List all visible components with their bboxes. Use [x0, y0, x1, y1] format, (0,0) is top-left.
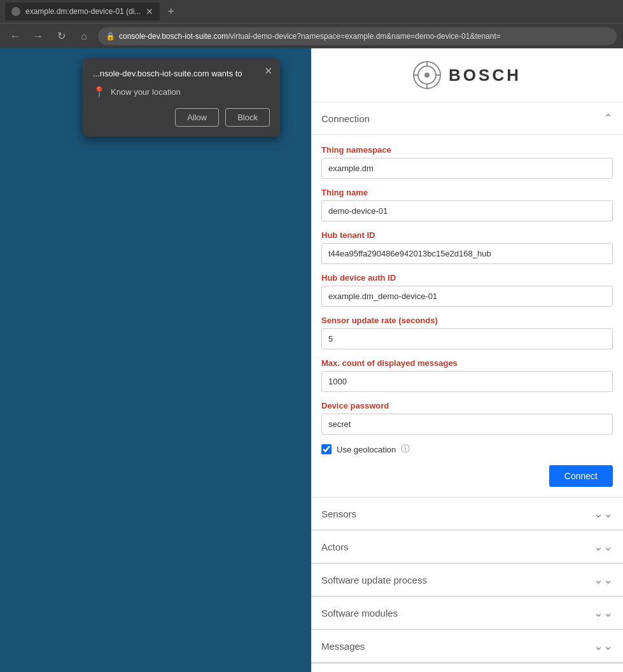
connection-body: Thing namespace Thing name Hub tenant ID…	[311, 135, 623, 497]
sensors-header[interactable]: Sensors ⌄⌄	[311, 498, 623, 530]
popup-permission-label: Know your location	[111, 87, 181, 97]
bosch-logo-text: BOSCH	[449, 66, 521, 85]
geolocation-row: Use geolocation ⓘ	[321, 444, 613, 455]
page-content: ✕ ...nsole-dev.bosch-iot-suite.com wants…	[0, 48, 623, 672]
address-path: /virtual-demo-device?namespace=example.d…	[228, 32, 501, 41]
hub-device-auth-label: Hub device auth ID	[321, 273, 613, 283]
device-password-label: Device password	[321, 401, 613, 410]
thing-name-label: Thing name	[321, 188, 613, 197]
refresh-button[interactable]: ↻	[52, 27, 70, 45]
location-icon: 📍	[93, 86, 106, 98]
connection-collapse-icon: ⌃	[603, 111, 613, 125]
hub-device-auth-group: Hub device auth ID	[321, 273, 613, 307]
popup-permission-row: 📍 Know your location	[93, 86, 270, 98]
sensor-rate-label: Sensor update rate (seconds)	[321, 316, 613, 325]
software-modules-section: Software modules ⌄⌄	[311, 597, 623, 630]
sensor-rate-group: Sensor update rate (seconds)	[321, 316, 613, 349]
hub-tenant-input[interactable]	[321, 243, 613, 264]
browser-chrome: example.dm:demo-device-01 (di... ✕ + ← →…	[0, 0, 623, 48]
actors-title: Actors	[321, 542, 349, 552]
connection-title: Connection	[321, 113, 370, 124]
thing-namespace-input[interactable]	[321, 158, 613, 179]
sensors-collapse-icon: ⌄⌄	[594, 507, 613, 521]
sensor-rate-input[interactable]	[321, 328, 613, 349]
connection-header[interactable]: Connection ⌃	[311, 102, 623, 135]
max-messages-input[interactable]	[321, 371, 613, 392]
popup-buttons: Allow Block	[93, 108, 270, 127]
tab-title: example.dm:demo-device-01 (di...	[25, 7, 141, 16]
tab-close-button[interactable]: ✕	[146, 6, 153, 17]
software-update-header[interactable]: Software update process ⌄⌄	[311, 564, 623, 596]
browser-tab[interactable]: example.dm:demo-device-01 (di... ✕	[5, 3, 160, 20]
messages-collapse-icon: ⌄⌄	[594, 639, 613, 653]
thing-namespace-group: Thing namespace	[321, 145, 613, 179]
software-modules-header[interactable]: Software modules ⌄⌄	[311, 597, 623, 629]
panel-footer: © Bosch.IO GmbH, all rights reserved Cor…	[311, 663, 623, 672]
allow-button[interactable]: Allow	[175, 108, 219, 127]
address-bar[interactable]: 🔒 console-dev.bosch-iot-suite.com/virtua…	[98, 27, 617, 45]
geolocation-checkbox[interactable]	[321, 444, 332, 454]
device-password-group: Device password	[321, 401, 613, 435]
new-tab-button[interactable]: +	[162, 3, 179, 21]
svg-point-2	[424, 73, 430, 78]
popup-close-button[interactable]: ✕	[264, 65, 272, 77]
actors-collapse-icon: ⌄⌄	[594, 540, 613, 554]
software-modules-title: Software modules	[321, 608, 398, 619]
software-update-title: Software update process	[321, 575, 427, 585]
sensors-section: Sensors ⌄⌄	[311, 498, 623, 531]
browser-toolbar: ← → ↻ ⌂ 🔒 console-dev.bosch-iot-suite.co…	[0, 23, 623, 48]
sensors-title: Sensors	[321, 508, 356, 519]
thing-name-group: Thing name	[321, 188, 613, 221]
thing-namespace-label: Thing namespace	[321, 145, 613, 155]
address-text: console-dev.bosch-iot-suite.com/virtual-…	[119, 32, 501, 41]
hub-device-auth-input[interactable]	[321, 286, 613, 307]
forward-button[interactable]: →	[29, 27, 47, 45]
bosch-logo-svg	[413, 61, 441, 89]
software-update-section: Software update process ⌄⌄	[311, 564, 623, 597]
home-button[interactable]: ⌂	[75, 27, 93, 45]
software-modules-collapse-icon: ⌄⌄	[594, 606, 613, 620]
bosch-logo: BOSCH	[324, 61, 610, 89]
address-domain: console-dev.bosch-iot-suite.com	[119, 32, 228, 41]
back-button[interactable]: ←	[6, 27, 24, 45]
messages-section: Messages ⌄⌄	[311, 630, 623, 663]
connect-button[interactable]: Connect	[549, 465, 613, 487]
hub-tenant-group: Hub tenant ID	[321, 230, 613, 264]
hub-tenant-label: Hub tenant ID	[321, 230, 613, 240]
connect-btn-row: Connect	[321, 465, 613, 487]
block-button[interactable]: Block	[225, 108, 270, 127]
software-update-collapse-icon: ⌄⌄	[594, 573, 613, 587]
tab-favicon	[11, 7, 20, 16]
right-panel: BOSCH Connection ⌃ Thing namespace Thing…	[311, 48, 623, 672]
max-messages-group: Max. count of displayed messages	[321, 358, 613, 392]
messages-title: Messages	[321, 641, 365, 652]
messages-header[interactable]: Messages ⌄⌄	[311, 630, 623, 662]
permission-popup: ✕ ...nsole-dev.bosch-iot-suite.com wants…	[83, 59, 280, 137]
device-password-input[interactable]	[321, 414, 613, 435]
connection-section: Connection ⌃ Thing namespace Thing name …	[311, 102, 623, 498]
max-messages-label: Max. count of displayed messages	[321, 358, 613, 368]
bosch-header: BOSCH	[311, 48, 623, 102]
browser-titlebar: example.dm:demo-device-01 (di... ✕ +	[0, 0, 623, 23]
geolocation-info-icon[interactable]: ⓘ	[401, 444, 410, 455]
actors-header[interactable]: Actors ⌄⌄	[311, 531, 623, 563]
thing-name-input[interactable]	[321, 200, 613, 221]
geolocation-label: Use geolocation	[337, 445, 396, 454]
lock-icon: 🔒	[106, 32, 115, 41]
actors-section: Actors ⌄⌄	[311, 531, 623, 564]
popup-title: ...nsole-dev.bosch-iot-suite.com wants t…	[93, 69, 270, 78]
